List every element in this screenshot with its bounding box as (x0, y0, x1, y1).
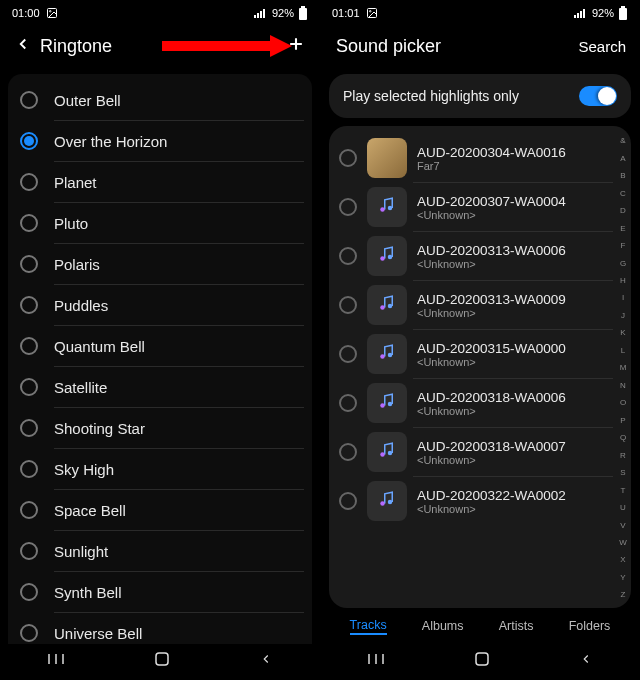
index-letter[interactable]: Z (617, 590, 629, 599)
nav-back-icon[interactable] (259, 652, 273, 670)
index-letter[interactable]: S (617, 468, 629, 477)
track-list[interactable]: AUD-20200304-WA0016Far7AUD-20200307-WA00… (329, 126, 631, 608)
radio-icon[interactable] (20, 337, 38, 355)
ringtone-label: Sky High (54, 461, 114, 478)
battery-icon (618, 6, 628, 20)
index-letter[interactable]: & (617, 136, 629, 145)
radio-icon[interactable] (20, 583, 38, 601)
radio-icon[interactable] (339, 296, 357, 314)
nav-home-icon[interactable] (154, 651, 170, 671)
radio-icon[interactable] (20, 419, 38, 437)
index-letter[interactable]: N (617, 381, 629, 390)
radio-icon[interactable] (20, 255, 38, 273)
track-artist: <Unknown> (417, 209, 566, 221)
index-letter[interactable]: M (617, 363, 629, 372)
index-letter[interactable]: T (617, 486, 629, 495)
track-title: AUD-20200313-WA0009 (417, 292, 566, 307)
index-letter[interactable]: D (617, 206, 629, 215)
svg-rect-39 (476, 653, 488, 665)
ringtone-row[interactable]: Shooting Star (12, 408, 308, 448)
index-letter[interactable]: Q (617, 433, 629, 442)
radio-icon[interactable] (339, 345, 357, 363)
track-row[interactable]: AUD-20200313-WA0009<Unknown> (333, 281, 627, 329)
nav-recent-icon[interactable] (367, 652, 385, 670)
track-title: AUD-20200315-WA0000 (417, 341, 566, 356)
index-letter[interactable]: U (617, 503, 629, 512)
radio-icon[interactable] (339, 247, 357, 265)
radio-icon[interactable] (20, 132, 38, 150)
ringtone-row[interactable]: Sky High (12, 449, 308, 489)
ringtone-row[interactable]: Universe Bell (12, 613, 308, 644)
index-letter[interactable]: I (617, 293, 629, 302)
index-letter[interactable]: E (617, 224, 629, 233)
track-row[interactable]: AUD-20200318-WA0007<Unknown> (333, 428, 627, 476)
index-letter[interactable]: F (617, 241, 629, 250)
nav-recent-icon[interactable] (47, 652, 65, 670)
ringtone-row[interactable]: Outer Bell (12, 80, 308, 120)
radio-icon[interactable] (339, 198, 357, 216)
ringtone-row[interactable]: Space Bell (12, 490, 308, 530)
ringtone-list[interactable]: Outer BellOver the HorizonPlanetPlutoPol… (8, 74, 312, 644)
ringtone-row[interactable]: Planet (12, 162, 308, 202)
radio-icon[interactable] (339, 492, 357, 510)
music-note-icon (378, 343, 396, 365)
index-letter[interactable]: Y (617, 573, 629, 582)
index-letter[interactable]: J (617, 311, 629, 320)
search-button[interactable]: Search (578, 38, 626, 55)
back-icon[interactable] (14, 35, 32, 57)
index-letter[interactable]: G (617, 259, 629, 268)
ringtone-row[interactable]: Satellite (12, 367, 308, 407)
radio-icon[interactable] (20, 542, 38, 560)
tab-albums[interactable]: Albums (422, 619, 464, 633)
radio-icon[interactable] (20, 624, 38, 642)
index-letter[interactable]: X (617, 555, 629, 564)
radio-icon[interactable] (20, 296, 38, 314)
tab-artists[interactable]: Artists (499, 619, 534, 633)
ringtone-row[interactable]: Quantum Bell (12, 326, 308, 366)
ringtone-row[interactable]: Over the Horizon (12, 121, 308, 161)
ringtone-row[interactable]: Polaris (12, 244, 308, 284)
radio-icon[interactable] (20, 378, 38, 396)
index-letter[interactable]: P (617, 416, 629, 425)
radio-icon[interactable] (339, 394, 357, 412)
radio-icon[interactable] (20, 91, 38, 109)
index-letter[interactable]: H (617, 276, 629, 285)
svg-rect-13 (156, 653, 168, 665)
tab-folders[interactable]: Folders (569, 619, 611, 633)
ringtone-row[interactable]: Puddles (12, 285, 308, 325)
index-letter[interactable]: L (617, 346, 629, 355)
track-row[interactable]: AUD-20200304-WA0016Far7 (333, 134, 627, 182)
radio-icon[interactable] (20, 173, 38, 191)
index-letter[interactable]: R (617, 451, 629, 460)
radio-icon[interactable] (339, 443, 357, 461)
highlights-toggle[interactable] (579, 86, 617, 106)
svg-point-31 (388, 402, 393, 407)
svg-point-26 (380, 305, 385, 310)
track-row[interactable]: AUD-20200307-WA0004<Unknown> (333, 183, 627, 231)
radio-icon[interactable] (20, 460, 38, 478)
track-row[interactable]: AUD-20200313-WA0006<Unknown> (333, 232, 627, 280)
nav-home-icon[interactable] (474, 651, 490, 671)
tab-tracks[interactable]: Tracks (350, 618, 387, 635)
index-letter[interactable]: O (617, 398, 629, 407)
index-letter[interactable]: A (617, 154, 629, 163)
index-letter[interactable]: B (617, 171, 629, 180)
radio-icon[interactable] (339, 149, 357, 167)
index-letter[interactable]: W (617, 538, 629, 547)
add-button[interactable] (286, 34, 306, 58)
track-row[interactable]: AUD-20200322-WA0002<Unknown> (333, 477, 627, 525)
index-letter[interactable]: V (617, 521, 629, 530)
track-row[interactable]: AUD-20200315-WA0000<Unknown> (333, 330, 627, 378)
ringtone-row[interactable]: Pluto (12, 203, 308, 243)
index-scroller[interactable]: &ABCDEFGHIJKLMNOPQRSTUVWXYZ (617, 132, 629, 604)
radio-icon[interactable] (20, 501, 38, 519)
ringtone-row[interactable]: Sunlight (12, 531, 308, 571)
svg-point-27 (388, 304, 393, 309)
index-letter[interactable]: K (617, 328, 629, 337)
ringtone-row[interactable]: Synth Bell (12, 572, 308, 612)
ringtone-label: Shooting Star (54, 420, 145, 437)
track-row[interactable]: AUD-20200318-WA0006<Unknown> (333, 379, 627, 427)
index-letter[interactable]: C (617, 189, 629, 198)
radio-icon[interactable] (20, 214, 38, 232)
nav-back-icon[interactable] (579, 652, 593, 670)
